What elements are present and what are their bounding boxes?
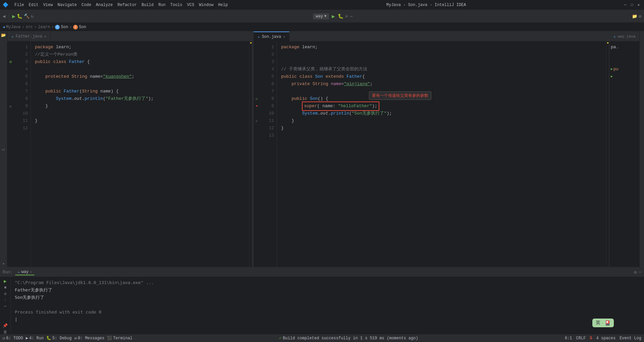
event-log-link[interactable]: Event Log [620, 336, 641, 341]
menu-build[interactable]: Build [140, 2, 156, 8]
run-settings-icon[interactable]: ⚙ [4, 291, 6, 296]
menu-navigate[interactable]: Navigate [55, 2, 79, 8]
run-indicator-3: ⊙ [9, 59, 12, 65]
code-line-3: public class Father { [35, 58, 249, 66]
way-editor-panel: ☕ way.java pa… ▶ pu ▶ [609, 31, 639, 267]
debug-icon[interactable]: 🐛 [338, 13, 343, 19]
father-tab[interactable]: ☕ Father.java ✕ [7, 31, 51, 41]
charset-indicator[interactable]: S [590, 336, 592, 341]
father-line-numbers: 1 2 3 4 5 6 7 8 9 10 11 12 [14, 42, 31, 267]
son-code-area[interactable]: package learn; // 子类继承父类，就继承了父类全部的方法 pub… [277, 42, 606, 267]
way-tab[interactable]: ☕ way.java [609, 31, 639, 41]
father-editor-content[interactable]: ⊙ ▷ [7, 42, 252, 267]
son-line-4: // 子类继承父类，就继承了父类全部的方法 [281, 66, 606, 73]
status-terminal-tab[interactable]: ⬛ Terminal [107, 336, 132, 341]
run-cursor: | [15, 316, 640, 323]
father-scroll-indicator[interactable] [249, 42, 252, 267]
menu-refactor[interactable]: Refactor [115, 2, 139, 8]
menu-analyze[interactable]: Analyze [94, 2, 115, 8]
gutter-6 [7, 80, 14, 88]
breadcrumb-learn[interactable]: learn [38, 25, 50, 29]
run-stop-icon[interactable]: ■ [4, 285, 6, 290]
minimize-button[interactable]: ─ [623, 2, 628, 8]
menu-file[interactable]: File [12, 2, 26, 8]
close-button[interactable]: ✕ [636, 2, 641, 8]
menu-vcs[interactable]: VCS [185, 2, 197, 8]
son-tab-bar: ☕ Son.java ✕ [254, 31, 609, 42]
code-line-5: protected String name="kuangshen"; [35, 73, 249, 80]
code-line-12 [35, 125, 249, 132]
debug-button[interactable]: 🐛 [17, 13, 22, 19]
build-button[interactable]: 🔨 [24, 13, 30, 19]
ime-indicator[interactable]: 英 · 🎴 [592, 319, 614, 327]
class-icon: C [55, 25, 60, 29]
indent-indicator[interactable]: 4 spaces [596, 336, 616, 341]
breadcrumb-son1[interactable]: C Son [55, 25, 68, 29]
run-tab-close[interactable]: ✕ [30, 270, 32, 274]
status-todo-tab[interactable]: ☑ 6: TODO [3, 336, 23, 341]
back-icon[interactable]: ◀ [3, 13, 5, 19]
toolbar-more[interactable]: ⋯ [350, 14, 353, 19]
gutter-8 [7, 95, 14, 102]
run-blank-line [15, 301, 640, 309]
father-tab-close[interactable]: ✕ [44, 35, 46, 39]
run-config-dropdown[interactable]: way ▼ [313, 13, 329, 19]
dual-editor: ☕ Father.java ✕ ⊙ [7, 31, 639, 267]
son-line-13 [281, 132, 606, 139]
menu-view[interactable]: View [41, 2, 55, 8]
menu-run[interactable]: Run [156, 2, 168, 8]
coverage-icon[interactable]: ⊙ [345, 14, 348, 19]
gutter-4 [7, 66, 14, 73]
run-play-icon[interactable]: ▶ [4, 278, 6, 284]
gutter-11 [7, 117, 14, 125]
run-icon[interactable]: ▶ [332, 13, 335, 20]
son-line-5: public class Son extends Father{ [281, 73, 606, 80]
ln-11: 11 [14, 117, 28, 125]
menu-code[interactable]: Code [79, 2, 93, 8]
code-line-1: package learn; [35, 44, 249, 51]
settings-run-icon[interactable]: ⚙ [634, 270, 637, 275]
run-button[interactable]: ▶ [12, 13, 15, 20]
menu-window[interactable]: Window [197, 2, 215, 8]
son-editor-content[interactable]: ▷ ● ▷ 1 [254, 42, 609, 267]
breadcrumb-son2[interactable]: I Son [73, 25, 86, 29]
far-right-scroll[interactable] [639, 31, 644, 267]
encoding-indicator[interactable]: CRLF [576, 336, 586, 341]
run-wrap-icon[interactable]: ↩ [4, 304, 6, 309]
breadcrumb-project[interactable]: MyJava [6, 25, 20, 29]
ln-2: 2 [14, 51, 28, 58]
son-run-8: ▷ [256, 97, 258, 101]
son-scroll-marker [607, 42, 608, 44]
way-run-tab[interactable]: ☕ way ✕ [15, 269, 35, 275]
settings-icon[interactable]: ⚙ [639, 14, 641, 19]
father-code-area[interactable]: package learn; //定义一个Person类 public clas… [31, 42, 249, 267]
way-java-icon: ☕ [613, 34, 616, 39]
app-icon: 🔷 [3, 2, 8, 8]
status-debug-tab[interactable]: 🐛 5: Debug [46, 336, 72, 341]
son-scroll-indicator[interactable] [606, 42, 609, 267]
file-open-icon[interactable]: 📁 [632, 14, 637, 19]
maximize-button[interactable]: □ [629, 2, 635, 8]
breadcrumb-src[interactable]: src [25, 25, 33, 29]
menu-tools[interactable]: Tools [168, 2, 184, 8]
code-line-6 [35, 80, 249, 88]
status-run-tab[interactable]: ▶ 4: Run [26, 336, 44, 341]
son-line-11: } [281, 117, 606, 125]
son-tab-close[interactable]: ✕ [283, 35, 285, 39]
status-messages-tab[interactable]: ✉ 0: Messages [74, 336, 104, 341]
status-bar-right: 6:1 CRLF S 4 spaces Event Log [565, 336, 641, 341]
ln-4: 4 [14, 66, 28, 73]
toolbar: ◀ | ▶ 🐛 🔨 ↻ way ▼ ▶ 🐛 ⊙ ⋯ 📁 ⚙ [0, 10, 644, 23]
son-tab[interactable]: ☕ Son.java ✕ [254, 31, 289, 41]
ln-7: 7 [14, 88, 28, 95]
run-output: "C:\Program Files\Java\jdk1.8.0_131\bin\… [11, 277, 644, 335]
son-line-6: private String name="qinjiang"; [281, 80, 606, 88]
menu-help[interactable]: Help [216, 2, 230, 8]
position-indicator[interactable]: 6:1 [565, 336, 572, 341]
reload-button[interactable]: ↻ [31, 13, 34, 19]
run-pin-icon[interactable]: 📌 [3, 323, 8, 328]
run-scroll-end-icon[interactable]: ↓ [4, 298, 6, 302]
minimize-run-icon[interactable]: ─ [639, 270, 641, 275]
menu-edit[interactable]: Edit [27, 2, 41, 8]
way-run-4: ▶ [611, 66, 613, 73]
